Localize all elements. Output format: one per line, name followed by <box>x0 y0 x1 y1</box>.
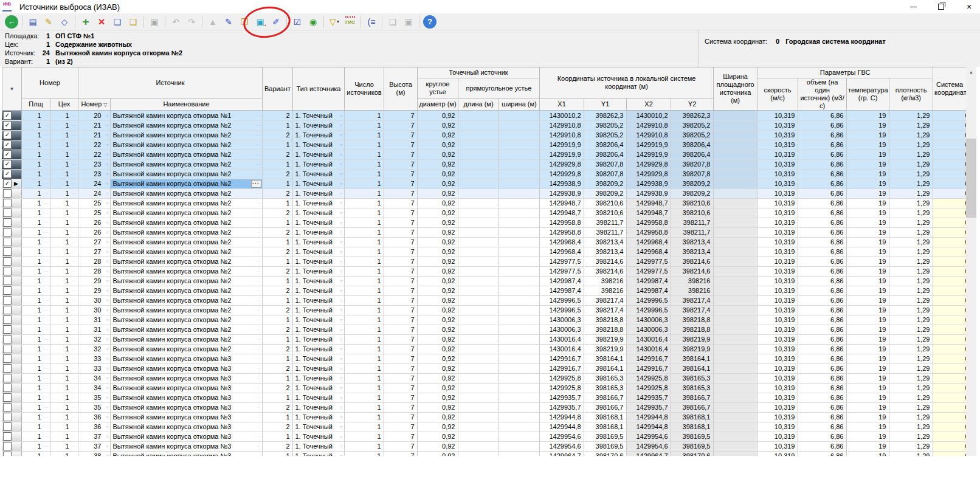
cell-tseh[interactable]: 1··· <box>50 208 78 218</box>
cell-diameter[interactable]: 0,92 <box>417 237 458 247</box>
cell-num[interactable]: 34▿ <box>78 373 110 383</box>
cell-width[interactable] <box>499 257 539 266</box>
cell-plsh[interactable]: 1··· <box>21 150 50 159</box>
header-num[interactable]: Номер▽ <box>78 98 111 111</box>
cell-diameter[interactable]: 0,92 <box>417 402 458 412</box>
cell-plsh[interactable]: 1··· <box>21 422 50 432</box>
cell-name[interactable]: Вытяжной камин корпуса откорма №2··· <box>110 227 262 237</box>
cell-speed[interactable]: 10,319 <box>757 237 798 247</box>
cell-num[interactable]: 23▿ <box>78 159 110 169</box>
cell-width[interactable] <box>499 150 539 159</box>
cell-variant[interactable]: 2 <box>262 150 292 159</box>
cell-height[interactable]: 7 <box>384 159 417 169</box>
cell-type[interactable]: 1. Точечный▿ <box>292 325 344 334</box>
cell-tseh[interactable]: 1··· <box>50 266 78 276</box>
cell-speed[interactable]: 10,319 <box>757 441 798 451</box>
cell-height[interactable]: 7 <box>384 257 417 266</box>
cell-temperature[interactable]: 19 <box>846 150 889 159</box>
cell-tseh[interactable]: 1··· <box>50 169 78 179</box>
cell-type[interactable]: 1. Точечный▿ <box>292 130 344 140</box>
cell-x1[interactable]: 1429977,5 <box>539 266 584 276</box>
cell-temperature[interactable]: 19 <box>846 286 889 295</box>
cell-type[interactable]: 1. Точечный▿ <box>292 334 344 344</box>
cell-width[interactable] <box>499 412 539 422</box>
globe-sync-button[interactable]: ◉ <box>305 15 321 29</box>
edit-document-button[interactable]: ✎ <box>221 15 236 29</box>
cell-speed[interactable]: 10,319 <box>757 159 798 169</box>
cell-coord-system[interactable]: 0 <box>933 325 966 334</box>
cell-height[interactable]: 7 <box>384 237 417 247</box>
cell-coord-system[interactable]: 0 <box>933 169 966 179</box>
cell-width[interactable] <box>499 354 539 363</box>
checkbox-icon[interactable] <box>3 228 12 236</box>
row-select-checkbox[interactable] <box>2 354 21 363</box>
cell-y1[interactable]: 398207,8 <box>584 159 626 169</box>
help-button[interactable]: ? <box>423 15 437 29</box>
cell-height[interactable]: 7 <box>384 208 417 218</box>
cell-name[interactable]: Вытяжной камин корпуса откорма №3··· <box>110 363 262 373</box>
cell-diameter[interactable]: 0,92 <box>417 422 458 432</box>
cell-variant[interactable]: 1 <box>262 257 292 266</box>
cell-temperature[interactable]: 19 <box>846 218 889 227</box>
cell-width[interactable] <box>499 422 539 432</box>
checkbox-icon[interactable] <box>3 257 12 266</box>
cell-density[interactable]: 1,29 <box>889 402 933 412</box>
cell-density[interactable]: 1,29 <box>889 150 933 159</box>
cell-volume[interactable]: 6,86 <box>798 315 846 325</box>
cell-variant[interactable]: 2 <box>262 441 292 451</box>
cell-count[interactable]: 1 <box>344 305 384 315</box>
checkbox-icon[interactable] <box>3 384 12 392</box>
cell-variant[interactable]: 2 <box>262 305 292 315</box>
cell-tseh[interactable]: 1··· <box>50 363 78 373</box>
cell-coord-system[interactable]: 0 <box>933 150 966 159</box>
cell-type[interactable]: 1. Точечный▿ <box>292 354 344 363</box>
cell-y1[interactable]: 398210,6 <box>584 198 626 208</box>
cell-y1[interactable]: 398205,2 <box>584 120 626 130</box>
cell-plsh[interactable]: 1··· <box>21 276 50 286</box>
cell-coord-system[interactable]: 0 <box>933 344 966 354</box>
cell-width[interactable] <box>499 198 539 208</box>
cell-density[interactable]: 1,29 <box>889 315 933 325</box>
cell-variant[interactable]: 1 <box>262 393 292 402</box>
cell-num[interactable]: 29▿ <box>78 276 110 286</box>
cell-y1[interactable]: 398206,4 <box>584 150 626 159</box>
cell-plsh[interactable]: 1··· <box>21 227 50 237</box>
row-select-checkbox[interactable] <box>2 315 21 325</box>
cell-num[interactable]: 23▿ <box>78 169 110 179</box>
cell-speed[interactable]: 10,319 <box>757 432 798 441</box>
cell-speed[interactable]: 10,319 <box>757 334 798 344</box>
cell-temperature[interactable]: 19 <box>846 169 889 179</box>
cell-x1[interactable]: 1429948,7 <box>539 198 584 208</box>
row-select-checkbox[interactable] <box>2 393 21 402</box>
cell-coord-system[interactable]: 0 <box>933 276 966 286</box>
cell-speed[interactable]: 10,319 <box>757 257 798 266</box>
cell-coord-system[interactable]: 0 <box>933 159 966 169</box>
cell-speed[interactable]: 10,319 <box>757 218 798 227</box>
cell-x1[interactable]: 1429954,6 <box>539 441 584 451</box>
cell-width[interactable] <box>499 344 539 354</box>
cell-volume[interactable]: 6,86 <box>798 247 846 257</box>
cell-width[interactable] <box>499 305 539 315</box>
cell-width[interactable] <box>499 334 539 344</box>
cell-length[interactable] <box>458 159 499 169</box>
cell-y1[interactable]: 398166,7 <box>584 402 626 412</box>
cell-variant[interactable]: 1 <box>262 334 292 344</box>
cell-type[interactable]: 1. Точечный▿ <box>292 179 344 188</box>
checkbox-icon[interactable] <box>3 315 12 324</box>
cell-length[interactable] <box>458 257 499 266</box>
cell-type[interactable]: 1. Точечный▿ <box>292 441 344 451</box>
cell-temperature[interactable]: 19 <box>846 208 889 218</box>
cell-density[interactable]: 1,29 <box>889 432 933 441</box>
cell-length[interactable] <box>458 218 499 227</box>
cell-density[interactable]: 1,29 <box>889 257 933 266</box>
vertical-scrollbar[interactable]: ▲ <box>966 67 976 456</box>
cell-diameter[interactable]: 0,92 <box>417 393 458 402</box>
cell-length[interactable] <box>458 373 499 383</box>
cell-width[interactable] <box>499 179 539 188</box>
cell-plsh[interactable]: 1··· <box>21 295 50 305</box>
cell-count[interactable]: 1 <box>344 373 384 383</box>
scroll-up-icon[interactable]: ▲ <box>966 67 976 77</box>
cell-plsh[interactable]: 1··· <box>21 159 50 169</box>
cell-width[interactable] <box>499 140 539 150</box>
cell-coord-system[interactable]: 0 <box>933 227 966 237</box>
